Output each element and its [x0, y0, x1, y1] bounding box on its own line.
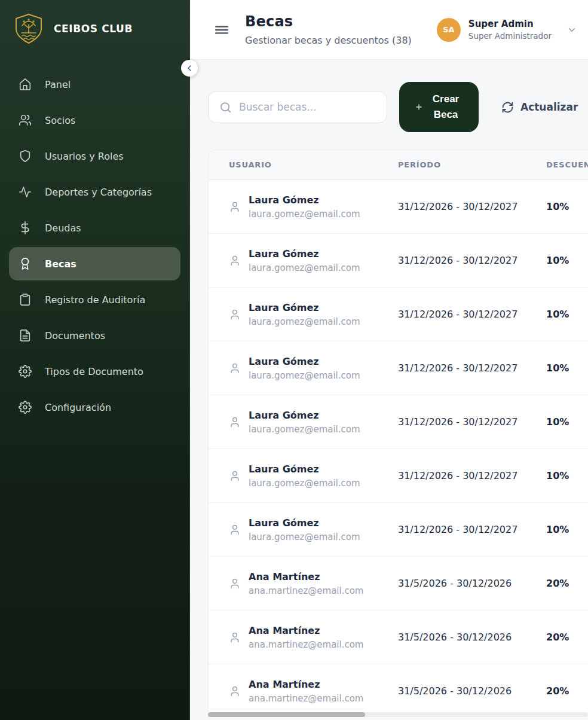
chevron-left-icon [185, 63, 194, 73]
sidebar-nav: Panel Socios Usuarios y Roles Deportes y… [0, 68, 189, 424]
create-beca-button[interactable]: Crear Beca [399, 82, 479, 132]
person-icon [229, 201, 241, 213]
table-row[interactable]: Ana Martínez ana.martinez@email.com 31/5… [209, 664, 588, 718]
member-name: Laura Gómez [249, 248, 360, 260]
table-row[interactable]: Laura Gómez laura.gomez@email.com 31/12/… [209, 503, 588, 557]
period-cell: 31/5/2026 - 30/12/2026 [398, 685, 546, 697]
period-cell: 31/12/2026 - 30/12/2027 [398, 362, 546, 374]
member-email: ana.martinez@email.com [249, 639, 363, 650]
person-icon [229, 578, 241, 590]
search-box[interactable] [208, 91, 387, 123]
table-body: Laura Gómez laura.gomez@email.com 31/12/… [209, 180, 588, 718]
becas-table: USUARIO PERÍODO DESCUENTO Laura Gómez la… [208, 150, 588, 718]
create-beca-label: Crear Beca [428, 91, 463, 123]
sidebar-item-documentos[interactable]: Documentos [9, 319, 180, 352]
avatar: SA [437, 18, 461, 42]
toolbar: Crear Beca Actualizar [190, 60, 588, 132]
sidebar-item-becas[interactable]: Becas [9, 247, 180, 280]
person-icon [229, 524, 241, 536]
table-header-row: USUARIO PERÍODO DESCUENTO [209, 150, 588, 180]
user-text: Laura Gómez laura.gomez@email.com [249, 248, 360, 273]
table-row[interactable]: Laura Gómez laura.gomez@email.com 31/12/… [209, 449, 588, 503]
sidebar-item-usuarios-roles[interactable]: Usuarios y Roles [9, 139, 180, 173]
page-heading: Becas Gestionar becas y descuentos (38) [245, 13, 412, 46]
sidebar-collapse-button[interactable] [181, 60, 198, 77]
sidebar-item-panel[interactable]: Panel [9, 68, 180, 101]
member-email: laura.gomez@email.com [249, 532, 360, 542]
search-icon [219, 101, 232, 114]
table-row[interactable]: Laura Gómez laura.gomez@email.com 31/12/… [209, 395, 588, 449]
sidebar-item-label: Documentos [45, 330, 105, 341]
sidebar-item-label: Socios [45, 115, 75, 126]
member-name: Laura Gómez [249, 463, 360, 475]
sidebar-item-deportes[interactable]: Deportes y Categorías [9, 175, 180, 209]
discount-cell: 10% [546, 470, 588, 481]
table-row[interactable]: Laura Gómez laura.gomez@email.com 31/12/… [209, 234, 588, 288]
horizontal-scrollbar-track[interactable] [208, 712, 588, 717]
user-menu[interactable]: SA Super Admin Super Administrador [437, 18, 577, 42]
user-text: Laura Gómez laura.gomez@email.com [249, 463, 360, 489]
sidebar-item-tipos-documento[interactable]: Tipos de Documento [9, 355, 180, 388]
sidebar: CEIBOS CLUB Panel Socios Usuarios y Role… [0, 0, 190, 720]
discount-cell: 10% [546, 201, 588, 212]
activity-icon [19, 185, 32, 199]
table-row[interactable]: Laura Gómez laura.gomez@email.com 31/12/… [209, 288, 588, 341]
brand-name: CEIBOS CLUB [54, 23, 133, 35]
period-cell: 31/5/2026 - 30/12/2026 [398, 631, 546, 643]
user-cell: Ana Martínez ana.martinez@email.com [229, 571, 398, 596]
user-cell: Laura Gómez laura.gomez@email.com [229, 302, 398, 327]
person-icon [229, 685, 241, 697]
period-cell: 31/12/2026 - 30/12/2027 [398, 416, 546, 428]
column-header-periodo: PERÍODO [398, 160, 546, 169]
search-input[interactable] [239, 101, 378, 113]
table-row[interactable]: Ana Martínez ana.martinez@email.com 31/5… [209, 557, 588, 611]
sidebar-item-label: Tipos de Documento [45, 366, 143, 377]
member-name: Ana Martínez [249, 571, 363, 582]
horizontal-scrollbar-thumb[interactable] [208, 712, 365, 717]
page-subtitle: Gestionar becas y descuentos (38) [245, 35, 412, 46]
discount-cell: 20% [546, 685, 588, 697]
page-title: Becas [245, 13, 412, 30]
user-text: Laura Gómez laura.gomez@email.com [249, 410, 360, 435]
person-icon [229, 362, 241, 374]
person-icon [229, 470, 241, 482]
user-text: Laura Gómez laura.gomez@email.com [249, 194, 360, 219]
sidebar-item-label: Usuarios y Roles [45, 151, 124, 162]
period-cell: 31/12/2026 - 30/12/2027 [398, 470, 546, 481]
sidebar-item-auditoria[interactable]: Registro de Auditoría [9, 283, 180, 316]
user-info: Super Admin Super Administrador [468, 19, 552, 41]
user-role: Super Administrador [468, 31, 552, 41]
hamburger-icon [214, 22, 229, 38]
user-text: Ana Martínez ana.martinez@email.com [249, 625, 363, 650]
user-text: Ana Martínez ana.martinez@email.com [249, 571, 363, 596]
refresh-icon [501, 101, 514, 114]
user-cell: Laura Gómez laura.gomez@email.com [229, 410, 398, 435]
discount-cell: 10% [546, 362, 588, 374]
column-header-descuento: DESCUENTO [546, 160, 588, 169]
member-email: laura.gomez@email.com [249, 478, 360, 489]
content-area: Crear Beca Actualizar USUARIO PERÍODO DE… [190, 60, 588, 720]
person-icon [229, 309, 241, 321]
refresh-button[interactable]: Actualizar [501, 101, 578, 114]
main-area: Becas Gestionar becas y descuentos (38) … [190, 0, 588, 720]
sidebar-item-configuracion[interactable]: Configuración [9, 390, 180, 424]
discount-cell: 10% [546, 524, 588, 535]
table-row[interactable]: Laura Gómez laura.gomez@email.com 31/12/… [209, 341, 588, 395]
menu-toggle-button[interactable] [214, 22, 229, 38]
table-row[interactable]: Laura Gómez laura.gomez@email.com 31/12/… [209, 180, 588, 234]
sidebar-item-label: Deportes y Categorías [45, 187, 152, 198]
sidebar-item-socios[interactable]: Socios [9, 103, 180, 137]
topbar: Becas Gestionar becas y descuentos (38) … [190, 0, 588, 60]
chevron-down-icon [566, 25, 577, 35]
user-text: Laura Gómez laura.gomez@email.com [249, 302, 360, 327]
shield-icon [19, 150, 32, 163]
sidebar-item-deudas[interactable]: Deudas [9, 211, 180, 245]
period-cell: 31/12/2026 - 30/12/2027 [398, 524, 546, 535]
table-row[interactable]: Ana Martínez ana.martinez@email.com 31/5… [209, 611, 588, 664]
member-email: laura.gomez@email.com [249, 263, 360, 273]
period-cell: 31/12/2026 - 30/12/2027 [398, 201, 546, 212]
member-name: Ana Martínez [249, 679, 363, 690]
clipboard-icon [19, 293, 32, 306]
discount-cell: 20% [546, 631, 588, 643]
member-email: laura.gomez@email.com [249, 209, 360, 219]
